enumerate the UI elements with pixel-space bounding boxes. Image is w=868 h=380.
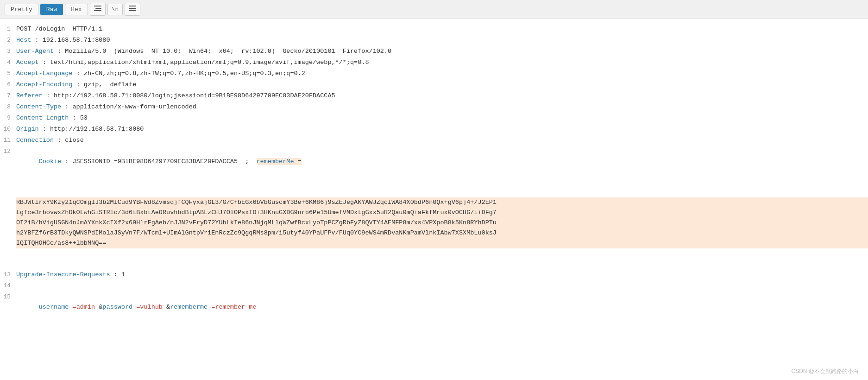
- line-number-5: 5: [0, 69, 16, 79]
- line-number-3: 3: [0, 46, 16, 57]
- hex-button[interactable]: Hex: [65, 4, 88, 15]
- line-content-10: Origin : http://192.168.58.71:8080: [16, 124, 868, 134]
- line-number-4: 4: [0, 57, 16, 68]
- line-7: 7 Referer : http://192.168.58.71:8080/lo…: [0, 90, 868, 101]
- line-6: 6 Accept-Encoding : gzip, deflate: [0, 79, 868, 90]
- svg-rect-0: [94, 6, 101, 6]
- svg-rect-3: [129, 6, 136, 6]
- line-number-13: 13: [0, 270, 16, 280]
- line-number-9: 9: [0, 113, 16, 123]
- line-14: 14: [0, 280, 868, 291]
- line-4: 4 Accept : text/html,application/xhtml+x…: [0, 57, 868, 68]
- svg-rect-2: [94, 10, 101, 11]
- line-number-6: 6: [0, 80, 16, 90]
- toolbar: Pretty Raw Hex \n: [0, 0, 868, 19]
- line-content-12: Cookie : JSESSIONID =9BlBE98D64297709EC8…: [16, 146, 868, 269]
- line-number-11: 11: [0, 135, 16, 146]
- line-1: 1 POST /doLogin HTTP/1.1: [0, 24, 868, 35]
- line-content-5: Accept-Language : zh-CN,zh;q=0.8,zh-TW;q…: [16, 69, 868, 79]
- request-content: 1 POST /doLogin HTTP/1.1 2 Host : 192.16…: [0, 19, 868, 328]
- line-13: 13 Upgrade-Insecure-Requests : 1: [0, 269, 868, 280]
- line-12: 12 Cookie : JSESSIONID =9BlBE98D64297709…: [0, 146, 868, 269]
- line-content-1: POST /doLogin HTTP/1.1: [16, 24, 868, 34]
- line-3: 3 User-Agent : Mozilla/5.0 (Windows NT 1…: [0, 46, 868, 57]
- line-number-7: 7: [0, 91, 16, 101]
- line-number-2: 2: [0, 35, 16, 45]
- line-content-2: Host : 192.168.58.71:8080: [16, 35, 868, 45]
- newline-icon-button[interactable]: \n: [107, 4, 123, 15]
- line-content-11: Connection : close: [16, 135, 868, 146]
- line-9: 9 Content-Length : 53: [0, 113, 868, 124]
- line-11: 11 Connection : close: [0, 135, 868, 146]
- line-15: 15 username =admin &password =vulhub &re…: [0, 291, 868, 323]
- line-content-8: Content-Type : application/x-www-form-ur…: [16, 102, 868, 112]
- line-2: 2 Host : 192.168.58.71:8080: [0, 35, 868, 46]
- watermark: CSDN @不会就跑路的小白: [791, 367, 859, 375]
- line-content-4: Accept : text/html,application/xhtml+xml…: [16, 57, 868, 68]
- line-content-6: Accept-Encoding : gzip, deflate: [16, 80, 868, 90]
- line-5: 5 Accept-Language : zh-CN,zh;q=0.8,zh-TW…: [0, 68, 868, 79]
- line-number-14: 14: [0, 281, 16, 291]
- svg-rect-4: [129, 8, 136, 9]
- line-content-13: Upgrade-Insecure-Requests : 1: [16, 270, 868, 280]
- svg-rect-5: [129, 10, 136, 11]
- line-number-1: 1: [0, 24, 16, 34]
- line-content-7: Referer : http://192.168.58.71:8080/logi…: [16, 91, 868, 101]
- menu-icon-button[interactable]: [125, 3, 140, 16]
- line-content-9: Content-Length : 53: [16, 113, 868, 123]
- line-number-10: 10: [0, 124, 16, 134]
- line-8: 8 Content-Type : application/x-www-form-…: [0, 101, 868, 113]
- pretty-button[interactable]: Pretty: [5, 4, 38, 15]
- format-icon-button[interactable]: [90, 3, 106, 16]
- svg-rect-1: [95, 8, 101, 9]
- line-number-12: 12: [0, 146, 16, 157]
- line-number-15: 15: [0, 292, 16, 302]
- raw-button[interactable]: Raw: [40, 4, 63, 15]
- line-10: 10 Origin : http://192.168.58.71:8080: [0, 124, 868, 135]
- line-content-3: User-Agent : Mozilla/5.0 (Windows NT 10.…: [16, 46, 868, 57]
- line-number-8: 8: [0, 102, 16, 112]
- line-content-15: username =admin &password =vulhub &remem…: [16, 292, 868, 323]
